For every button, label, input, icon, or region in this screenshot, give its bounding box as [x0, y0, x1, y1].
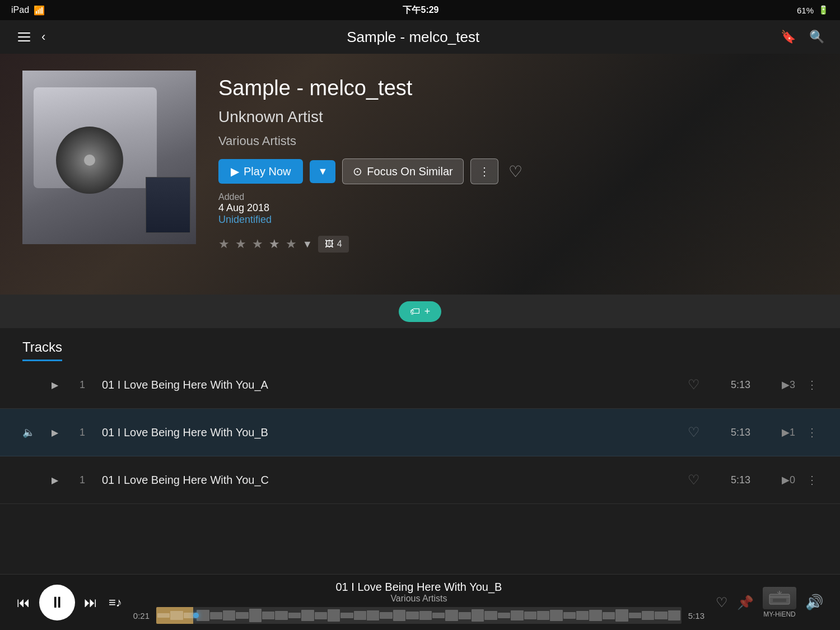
- device-icon: [763, 587, 796, 609]
- more-options-button[interactable]: ⋮: [470, 158, 498, 184]
- track-number: 1: [74, 379, 91, 391]
- track-play-count: ▶1: [762, 426, 795, 438]
- star-1[interactable]: ★: [218, 237, 230, 251]
- added-info: Added 4 Aug 2018 Unidentified: [218, 192, 818, 226]
- chevron-down-icon: ▼: [318, 166, 328, 177]
- track-row: ▶101 I Love Being Here With You_C♡5:13▶0…: [0, 456, 840, 504]
- np-device: MY-HiEND: [763, 587, 796, 618]
- track-play-count: ▶0: [762, 474, 795, 486]
- add-tag-label: +: [424, 306, 431, 318]
- track-name: 01 I Love Being Here With You_B: [102, 426, 676, 439]
- track-duration: 5:13: [711, 379, 750, 391]
- added-date: 4 Aug 2018: [218, 202, 818, 214]
- tracks-section: Tracks ▶101 I Love Being Here With You_A…: [0, 328, 840, 574]
- menu-button[interactable]: [11, 26, 37, 48]
- star-dropdown[interactable]: ▼: [302, 239, 312, 250]
- track-play-button[interactable]: ▶: [47, 475, 63, 486]
- track-number: 1: [74, 474, 91, 486]
- play-dropdown-button[interactable]: ▼: [310, 160, 335, 183]
- battery-label: 61%: [797, 6, 814, 15]
- track-name: 01 I Love Being Here With You_A: [102, 379, 676, 391]
- tracks-title[interactable]: Tracks: [22, 339, 62, 361]
- star-5[interactable]: ★: [286, 237, 297, 251]
- star-2[interactable]: ★: [235, 237, 246, 251]
- now-playing-artist: Various Artists: [133, 594, 704, 604]
- track-play-count: ▶3: [762, 379, 795, 391]
- cd-disc: [56, 127, 123, 194]
- device-svg: [768, 590, 791, 606]
- status-time: 下午5:29: [403, 4, 438, 16]
- track-duration: 5:13: [711, 427, 750, 438]
- now-playing-track: 01 I Love Being Here With You_B: [133, 581, 704, 594]
- np-radio-button[interactable]: 📌: [737, 595, 754, 610]
- bookmark-button[interactable]: 🔖: [776, 25, 800, 49]
- diana-krall-cover: [146, 177, 190, 233]
- now-playing-info: 01 I Love Being Here With You_B Various …: [133, 581, 704, 624]
- track-play-button[interactable]: ▶: [47, 427, 63, 438]
- star-4[interactable]: ★: [269, 237, 280, 251]
- playback-controls: ⏮ ⏸ ⏭: [17, 585, 97, 620]
- unidentified-link[interactable]: Unidentified: [218, 214, 818, 226]
- next-button[interactable]: ⏭: [84, 595, 97, 610]
- np-favorite-button[interactable]: ♡: [716, 595, 728, 610]
- photos-icon: 🖼: [325, 239, 334, 249]
- device-label: iPad: [11, 5, 29, 15]
- waveform-bars: [156, 607, 682, 624]
- waveform[interactable]: [156, 607, 682, 624]
- stars-row: ★ ★ ★ ★ ★ ▼ 🖼 4: [218, 236, 818, 253]
- queue-button[interactable]: ≡♪: [109, 595, 122, 610]
- track-more-button[interactable]: ⋮: [806, 426, 818, 439]
- album-art: [22, 71, 196, 244]
- pause-icon: ⏸: [49, 593, 65, 612]
- battery-icon: 🔋: [818, 5, 829, 15]
- track-more-button[interactable]: ⋮: [806, 378, 818, 391]
- previous-button[interactable]: ⏮: [17, 595, 30, 610]
- track-favorite-button[interactable]: ♡: [688, 472, 700, 488]
- wifi-icon: 📶: [34, 5, 45, 16]
- track-number: 1: [74, 427, 91, 438]
- track-row: 🔈▶101 I Love Being Here With You_B♡5:13▶…: [0, 409, 840, 456]
- status-bar: iPad 📶 下午5:29 61% 🔋: [0, 0, 840, 20]
- track-duration: 5:13: [711, 474, 750, 486]
- play-now-button[interactable]: ▶ Play Now: [218, 159, 303, 184]
- track-favorite-button[interactable]: ♡: [688, 377, 700, 393]
- added-label: Added: [218, 192, 818, 202]
- star-3[interactable]: ★: [252, 237, 263, 251]
- track-play-button[interactable]: ▶: [47, 380, 63, 390]
- track-more-button[interactable]: ⋮: [806, 473, 818, 487]
- current-time: 0:21: [133, 611, 150, 620]
- total-time: 5:13: [688, 611, 704, 620]
- heart-icon: ♡: [508, 163, 522, 180]
- play-triangle-icon: ▶: [231, 165, 239, 178]
- back-button[interactable]: ‹: [37, 25, 50, 49]
- favorite-button[interactable]: ♡: [505, 159, 526, 184]
- track-favorite-button[interactable]: ♡: [688, 424, 700, 440]
- status-left: iPad 📶: [11, 5, 45, 16]
- np-right-controls: ♡ 📌 MY-HiEND 🔊: [716, 587, 823, 618]
- action-buttons: ▶ Play Now ▼ ⊙ Focus On Similar ⋮ ♡: [218, 158, 818, 184]
- photos-button[interactable]: 🖼 4: [318, 236, 349, 253]
- progress-row: 0:21 5:13: [133, 607, 704, 624]
- add-tag-button[interactable]: 🏷 +: [399, 301, 442, 322]
- album-various: Various Artists: [218, 134, 818, 148]
- focus-similar-label: Focus On Similar: [367, 165, 452, 178]
- tag-icon: 🏷: [410, 306, 420, 318]
- search-button[interactable]: 🔍: [805, 25, 829, 49]
- album-art-visual: [22, 71, 196, 244]
- status-right: 61% 🔋: [797, 5, 829, 15]
- device-label: MY-HiEND: [763, 610, 796, 618]
- hamburger-icon: [16, 30, 32, 44]
- header-title: Sample - melco_test: [50, 29, 776, 46]
- more-dots-icon: ⋮: [479, 165, 490, 178]
- volume-button[interactable]: 🔊: [805, 594, 823, 611]
- svg-rect-2: [773, 599, 786, 602]
- header-bar: ‹ Sample - melco_test 🔖 🔍: [0, 20, 840, 54]
- focus-similar-button[interactable]: ⊙ Focus On Similar: [342, 158, 463, 184]
- play-now-label: Play Now: [244, 165, 291, 178]
- track-name: 01 I Love Being Here With You_C: [102, 474, 676, 487]
- now-playing-bar: ⏮ ⏸ ⏭ ≡♪ 01 I Love Being Here With You_B…: [0, 574, 840, 630]
- track-speaker-icon: 🔈: [22, 426, 36, 438]
- pause-button[interactable]: ⏸: [39, 585, 75, 620]
- album-section: Sample - melco_test Unknown Artist Vario…: [0, 54, 840, 295]
- playhead-dot: [193, 613, 199, 618]
